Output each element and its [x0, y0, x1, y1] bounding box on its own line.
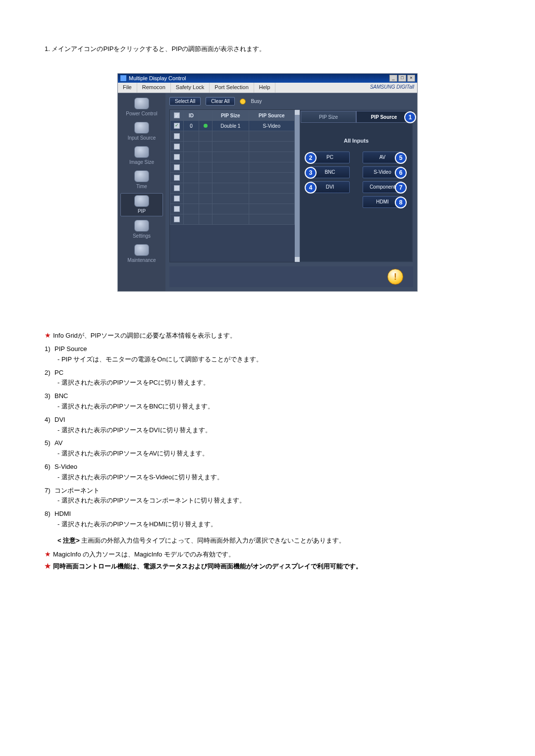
sidebar-label: PIP [121, 208, 162, 216]
option-dvi[interactable]: DVI 4 [310, 181, 350, 193]
table-row[interactable] [170, 194, 295, 204]
tab-pip-size[interactable]: PIP Size [301, 111, 356, 123]
menu-file[interactable]: File [118, 83, 137, 93]
note-2: ★同時画面コントロール機能は、電源ステータスおよび同時画面機能がオンのディスプレ… [45, 562, 490, 571]
table-row[interactable] [170, 173, 295, 183]
item-title: HDMI [54, 510, 71, 517]
item-sub: - 選択された表示のPIPソースをPCに切り替えます。 [45, 378, 490, 388]
caution: < 注意> 主画面の外部入力信号タイプによって、同時画面外部入力が選択できないこ… [45, 536, 490, 546]
row-checkbox[interactable] [174, 144, 180, 150]
option-svideo[interactable]: S-Video 6 [363, 166, 402, 178]
grid-table: ✓ ID PIP Size PIP Source 0 Double 1 [170, 110, 295, 225]
item-num: 3) [45, 391, 54, 402]
caution-text: 主画面の外部入力信号タイプによって、同時画面外部入力が選択できないことがあります… [81, 537, 345, 544]
cell-id: 0 [184, 121, 199, 131]
item-num: 6) [45, 462, 54, 472]
option-label: AV [379, 154, 386, 160]
option-tabs: PIP Size PIP Source 1 [301, 111, 412, 123]
grid-toolbar: Select All Clear All Busy [169, 97, 413, 105]
callout-2: 2 [305, 152, 317, 164]
table-row[interactable] [170, 183, 295, 194]
warning-icon[interactable]: ! [387, 269, 403, 285]
callout-7: 7 [395, 182, 407, 194]
table-row[interactable] [170, 131, 295, 142]
row-checkbox[interactable] [174, 123, 180, 129]
list-item: 4)DVI - 選択された表示のPIPソースをDVIに切り替えます。 [45, 415, 490, 436]
sidebar-label: Power Control [121, 111, 162, 118]
clear-all-button[interactable]: Clear All [206, 97, 235, 105]
col-pip-source: PIP Source [249, 110, 294, 121]
menu-safety[interactable]: Safety Lock [171, 83, 210, 93]
brand-label: SAMSUNG DIGITall [367, 83, 417, 93]
col-select[interactable]: ✓ [170, 110, 184, 121]
sidebar-item-pip[interactable]: PIP [120, 193, 163, 216]
item-num: 1) [45, 344, 54, 354]
option-component[interactable]: Component 7 [363, 181, 402, 193]
select-all-button[interactable]: Select All [169, 97, 201, 105]
row-checkbox[interactable] [174, 164, 180, 170]
image-size-icon [121, 145, 162, 159]
menu-help[interactable]: Help [254, 83, 276, 93]
caution-label: < 注意> [57, 537, 80, 544]
table-row[interactable] [170, 142, 295, 152]
item-title: PC [54, 369, 63, 376]
item-sub: - 選択された表示のPIPソースをS-Videoに切り替えます。 [45, 472, 490, 483]
row-checkbox[interactable] [174, 175, 180, 181]
col-id: ID [184, 110, 199, 121]
options-area: All Inputs PC 2 BNC 3 [301, 123, 412, 261]
sidebar-item-input[interactable]: Input Source [121, 120, 162, 143]
sidebar-item-maintenance[interactable]: Maintenance [121, 243, 162, 265]
item-num: 4) [45, 415, 54, 425]
item-title: コンポーネント [54, 487, 100, 494]
sidebar-item-power[interactable]: Power Control [121, 96, 162, 118]
table-row[interactable] [170, 152, 295, 162]
sidebar-item-time[interactable]: Time [121, 169, 162, 191]
sidebar-item-size[interactable]: Image Size [121, 145, 162, 167]
item-sub: - 選択された表示のPIPソースをAVに切り替えます。 [45, 449, 490, 459]
option-label: S-Video [374, 169, 391, 175]
row-checkbox[interactable] [174, 196, 180, 202]
option-pc[interactable]: PC 2 [310, 151, 350, 163]
minimize-button[interactable]: _ [389, 75, 397, 82]
list-item: 6)S-Video - 選択された表示のPIPソースをS-Videoに切り替えま… [45, 462, 490, 483]
item-sub: - 選択された表示のPIPソースをコンポーネントに切り替えます。 [45, 496, 490, 506]
item-sub: - 選択された表示のPIPソースをBNCに切り替えます。 [45, 402, 490, 412]
option-hdmi[interactable]: HDMI 8 [363, 196, 402, 208]
option-bnc[interactable]: BNC 3 [310, 166, 350, 178]
menu-remocon[interactable]: Remocon [137, 83, 171, 93]
grid-scrollbar[interactable] [295, 110, 300, 262]
option-label: PC [326, 154, 333, 160]
list-item: 2)PC - 選択された表示のPIPソースをPCに切り替えます。 [45, 368, 490, 389]
close-button[interactable]: × [407, 75, 415, 82]
option-av[interactable]: AV 5 [363, 151, 402, 163]
table-row[interactable] [170, 162, 295, 173]
tab-label: PIP Size [319, 114, 338, 120]
row-checkbox[interactable] [174, 206, 180, 212]
row-checkbox[interactable] [174, 154, 180, 160]
list-item: 1)PIP Source - PIP サイズは、モニターの電源をOnにして調節す… [45, 344, 490, 365]
table-row[interactable]: 0 Double 1 S-Video [170, 121, 295, 131]
row-checkbox[interactable] [174, 133, 180, 139]
sidebar-item-settings[interactable]: Settings [121, 218, 162, 241]
sidebar-label: Settings [121, 233, 162, 241]
callout-3: 3 [305, 167, 317, 179]
table-row[interactable] [170, 204, 295, 214]
list-item: 8)HDMI - 選択された表示のPIPソースをHDMIに切り替えます。 < 注… [45, 509, 490, 546]
maximize-button[interactable]: □ [398, 75, 406, 82]
center-panel: Select All Clear All Busy ✓ ID PIP [165, 93, 417, 291]
sidebar-label: Time [121, 184, 162, 191]
item-title: AV [54, 439, 62, 447]
table-row[interactable] [170, 214, 295, 225]
busy-label: Busy [251, 99, 262, 104]
all-inputs-heading: All Inputs [305, 138, 408, 144]
row-checkbox[interactable] [174, 216, 180, 222]
sidebar-label: Maintenance [121, 257, 162, 265]
tab-pip-source[interactable]: PIP Source 1 [356, 111, 412, 123]
row-checkbox[interactable] [174, 185, 180, 191]
tab-label: PIP Source [371, 114, 397, 120]
definition-list: 1)PIP Source - PIP サイズは、モニターの電源をOnにして調節す… [45, 344, 490, 546]
maintenance-icon [121, 243, 162, 257]
sidebar-label: Input Source [121, 135, 162, 143]
menu-port[interactable]: Port Selection [210, 83, 254, 93]
intro-text: 1. メインアイコンのPIPをクリックすると、PIPの調節画面が表示されます。 [45, 45, 490, 53]
